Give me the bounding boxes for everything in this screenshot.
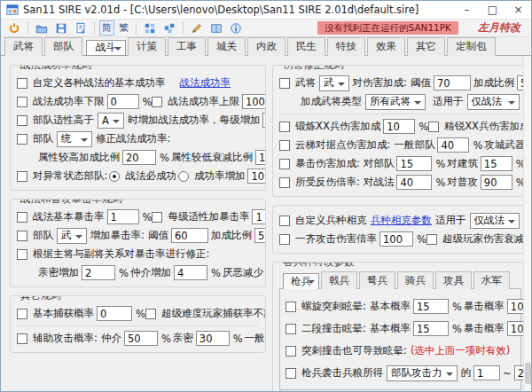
tab-crossbowmen[interactable]: 弩兵 (359, 271, 395, 289)
maximize-button[interactable]: □ (480, 1, 505, 19)
higher-bonus-input[interactable] (122, 150, 156, 165)
about-icon[interactable] (227, 20, 245, 35)
double-strike-checkbox[interactable] (286, 324, 296, 334)
manual-icon[interactable] (207, 20, 225, 35)
crit-vs-troop-input[interactable] (396, 156, 432, 171)
aptitude-crit-input[interactable] (252, 209, 266, 224)
damage-threshold-input[interactable] (434, 75, 471, 90)
success-floor-input[interactable] (107, 94, 139, 109)
assist-medium-input[interactable] (124, 331, 158, 346)
edit-icon[interactable] (188, 20, 206, 35)
counter-apply-select[interactable]: 仅战法 (470, 213, 520, 229)
crit-bonus-input[interactable] (254, 228, 266, 243)
double-base-input[interactable] (413, 321, 449, 336)
super-capture-checkbox[interactable] (145, 309, 156, 319)
base-capture-input[interactable] (97, 306, 132, 321)
tab-9[interactable]: 效果 (367, 37, 405, 56)
thrust-stun-checkbox[interactable] (286, 346, 296, 357)
elite-troop-checkbox[interactable] (428, 122, 439, 132)
super-player-decay-checkbox[interactable] (426, 234, 437, 245)
counter-tactic-input[interactable] (396, 175, 432, 190)
save-file-icon[interactable] (52, 20, 70, 35)
close-increase-input[interactable] (82, 265, 115, 280)
counter-normal-input[interactable] (481, 175, 512, 190)
success-cap-input[interactable] (242, 94, 266, 109)
aptitude-step-input[interactable] (262, 113, 266, 128)
base-crit-checkbox[interactable] (17, 212, 27, 223)
base-crit-input[interactable] (107, 209, 139, 224)
tactic-success-link[interactable]: 战法成功率 (180, 76, 231, 90)
tab-2[interactable]: 战斗 (86, 40, 126, 56)
crit-vs-building-input[interactable] (481, 156, 512, 171)
damage-apply-select[interactable]: 仅战法 (467, 94, 520, 110)
minimize-button[interactable]: – (454, 1, 480, 19)
unit-counter-rules: 自定义兵种相克兵种相克参数适用于仅战法一齐攻击伤害倍率%超级玩家伤害衰减% (272, 205, 528, 254)
custom-success-checkbox[interactable] (17, 78, 27, 89)
tab-4[interactable]: 工事 (168, 37, 206, 56)
tab-11[interactable]: 定制包 (447, 37, 496, 56)
unit-counter-link[interactable]: 兵种相克参数 (371, 214, 432, 227)
open-file-icon[interactable] (33, 20, 51, 35)
tab-navy[interactable]: 水军 (473, 271, 510, 289)
simplified-chinese-icon[interactable]: 简 (99, 20, 114, 35)
officer-type-select[interactable]: 所有武将 (365, 94, 426, 110)
export-icon[interactable] (72, 20, 90, 35)
crit-stat-select[interactable]: 武 (57, 228, 87, 244)
tab-0[interactable]: 武将 (4, 37, 43, 56)
aptitude-bonus-checkbox[interactable] (17, 115, 27, 126)
joint-attack-checkbox[interactable] (279, 234, 290, 245)
success-floor-checkbox[interactable] (17, 97, 27, 107)
lower-decay-input[interactable] (255, 150, 266, 165)
tab-8[interactable]: 特技 (327, 37, 365, 56)
launch-icon[interactable] (5, 20, 23, 35)
assist-close-input[interactable] (196, 331, 230, 346)
tab-7[interactable]: 民生 (287, 37, 325, 56)
base-capture-checkbox[interactable] (17, 309, 27, 319)
ladder-damage-checkbox[interactable] (279, 140, 290, 151)
abnormal-status-checkbox[interactable] (17, 171, 27, 182)
assist-attack-checkbox[interactable] (17, 333, 27, 344)
crit-threshold-input[interactable] (171, 228, 208, 243)
tactic-success-rate-rules: 战法成功率规则自定义各种战法的基本成功率战法成功率战法成功率下限%战法成功率上限… (10, 65, 266, 191)
tab-spearmen[interactable]: 枪兵 (283, 273, 319, 289)
officer-damage-checkbox[interactable] (279, 78, 290, 89)
joint-attack-input[interactable] (379, 231, 413, 247)
damage-stat-select[interactable]: 武 (319, 75, 349, 91)
spiral-base-input[interactable] (413, 299, 449, 314)
relation-crit-checkbox[interactable] (17, 249, 27, 260)
counter-damage-checkbox[interactable] (279, 177, 290, 188)
trained-troop-checkbox[interactable] (279, 122, 290, 132)
write-game-icon[interactable] (160, 20, 178, 35)
custom-counter-checkbox[interactable] (279, 216, 290, 226)
medium-increase-input[interactable] (174, 265, 207, 280)
tab-6[interactable]: 内政 (247, 37, 286, 56)
success-increase-input[interactable] (247, 169, 266, 184)
stat-modify-checkbox[interactable] (17, 134, 27, 145)
close-button[interactable]: × (505, 1, 531, 19)
stat-crit-checkbox[interactable] (17, 231, 27, 241)
ladder-normal-input[interactable] (437, 137, 469, 153)
grain-raid-checkbox[interactable] (286, 368, 296, 379)
must-succeed-radio[interactable] (109, 171, 120, 182)
grain-base-select[interactable]: 部队攻击力 (387, 365, 458, 381)
success-increase-radio[interactable] (178, 171, 189, 182)
tab-3[interactable]: 计策 (128, 37, 166, 56)
aptitude-crit-checkbox[interactable] (152, 212, 162, 223)
tab-1[interactable]: 部队 (44, 37, 82, 56)
traditional-chinese-icon[interactable]: 繁 (116, 20, 131, 35)
tab-5[interactable]: 城关 (207, 37, 246, 56)
spiral-thrust-checkbox[interactable] (286, 302, 296, 312)
scrollbar-thumb[interactable] (525, 363, 531, 384)
crit-damage-checkbox[interactable] (279, 159, 290, 169)
grain-min-input[interactable] (473, 365, 500, 380)
success-cap-checkbox[interactable] (152, 97, 162, 107)
tab-cavalry[interactable]: 骑兵 (397, 271, 434, 289)
aptitude-select[interactable]: A (98, 113, 124, 129)
tab-siege[interactable]: 攻具 (435, 271, 472, 289)
tab-halberdiers[interactable]: 戟兵 (321, 271, 357, 289)
stat-select[interactable]: 统 (57, 131, 92, 147)
vertical-scrollbar[interactable] (523, 57, 531, 391)
tab-10[interactable]: 其它 (407, 37, 445, 56)
read-game-icon[interactable] (141, 20, 159, 35)
trained-bonus-input[interactable] (383, 119, 415, 134)
